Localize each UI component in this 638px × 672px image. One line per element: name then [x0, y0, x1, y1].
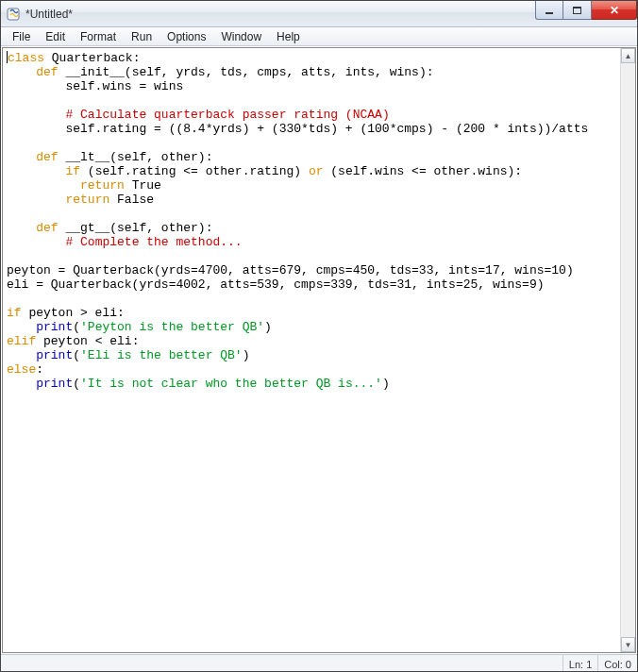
- close-icon: ✕: [610, 4, 619, 17]
- scroll-up-button[interactable]: ▲: [621, 48, 635, 63]
- vertical-scrollbar[interactable]: ▲ ▼: [620, 48, 635, 652]
- window-controls: ✕: [535, 1, 637, 20]
- menu-edit[interactable]: Edit: [38, 28, 73, 45]
- menu-format[interactable]: Format: [73, 28, 124, 45]
- scroll-down-button[interactable]: ▼: [621, 637, 635, 652]
- window-title: *Untitled*: [25, 8, 73, 21]
- chevron-up-icon: ▲: [625, 52, 632, 60]
- close-button[interactable]: ✕: [592, 1, 637, 20]
- editor-area: class Quarterback: def __init__(self, yr…: [2, 47, 636, 653]
- menu-help[interactable]: Help: [269, 28, 308, 45]
- status-col: Col: 0: [597, 655, 637, 672]
- code-editor[interactable]: class Quarterback: def __init__(self, yr…: [3, 48, 620, 652]
- menu-file[interactable]: File: [5, 28, 38, 45]
- menu-options[interactable]: Options: [160, 28, 213, 45]
- menu-window[interactable]: Window: [213, 28, 269, 45]
- titlebar[interactable]: *Untitled* ✕: [1, 1, 637, 27]
- app-icon: [7, 7, 22, 22]
- menu-run[interactable]: Run: [124, 28, 160, 45]
- status-line: Ln: 1: [562, 655, 597, 672]
- minimize-icon: [546, 12, 553, 14]
- statusbar: Ln: 1 Col: 0: [1, 654, 637, 672]
- maximize-button[interactable]: [563, 1, 592, 20]
- menubar: File Edit Format Run Options Window Help: [1, 27, 637, 46]
- minimize-button[interactable]: [535, 1, 563, 20]
- chevron-down-icon: ▼: [625, 641, 632, 649]
- maximize-icon: [573, 7, 581, 14]
